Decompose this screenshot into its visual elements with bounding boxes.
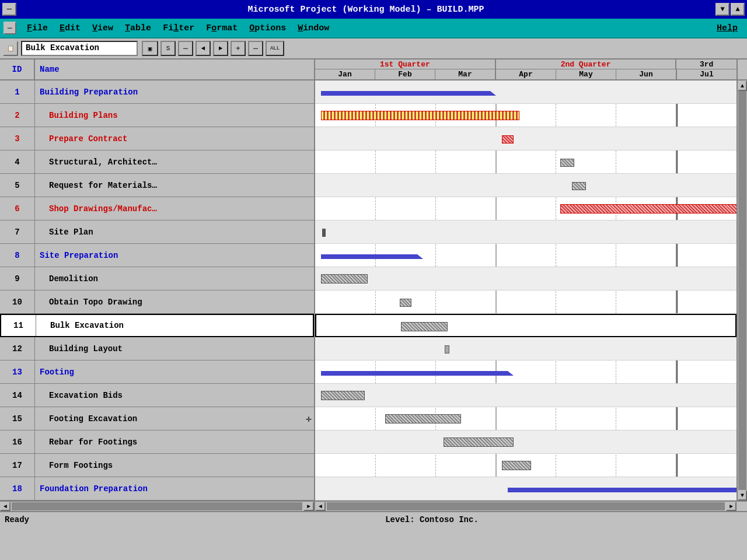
menu-filter[interactable]: Filter [157, 22, 200, 34]
toolbar-zoom-out-btn[interactable]: ─ [248, 41, 263, 56]
toolbar-minus-btn[interactable]: ─ [178, 41, 193, 56]
toolbar-view-btn[interactable]: ▣ [142, 41, 158, 56]
name-header: Name [35, 60, 315, 79]
table-row[interactable]: 7 Site Plan [0, 220, 314, 244]
month-row: Jan Feb Mar Apr May Jun Jul [315, 69, 736, 79]
table-row[interactable]: 14 Excavation Bids [0, 384, 314, 407]
toolbar-left-btn[interactable]: ◄ [196, 41, 211, 56]
gantt-area: .gantt-row { position: relative; height:… [315, 80, 736, 501]
hscroll-gantt-track[interactable] [327, 502, 725, 510]
toolbar-all-btn[interactable]: ALL [266, 41, 284, 56]
menu-table[interactable]: Table [119, 22, 157, 34]
toolbar-plus-btn[interactable]: + [231, 41, 246, 56]
gantt-row-9 [315, 267, 736, 290]
gantt-bar-summary-13 [321, 371, 508, 376]
table-row[interactable]: 3 Prepare Contract [0, 127, 314, 150]
maximize-button[interactable]: ▲ [731, 3, 745, 16]
table-row[interactable]: 16 Rebar for Footings [0, 430, 314, 454]
table-row[interactable]: 10 Obtain Topo Drawing [0, 290, 314, 314]
task-id: 15 [0, 407, 35, 430]
gantt-row-17 [315, 454, 736, 477]
table-row[interactable]: 2 Building Plans [0, 104, 314, 127]
gantt-bar-critical-2 [321, 111, 519, 120]
menu-file[interactable]: File [21, 22, 54, 34]
id-header: ID [0, 60, 35, 79]
task-name: Demolition [35, 274, 314, 284]
table-row[interactable]: 11 Bulk Excavation [0, 314, 314, 337]
toolbar: 📋 Bulk Excavation ▣ S ─ ◄ ► + ─ ALL [0, 38, 747, 60]
table-row[interactable]: 15 Footing Excavation ✛ [0, 407, 314, 430]
task-list: 1 Building Preparation 2 Building Plans … [0, 80, 315, 501]
gantt-bar-summary-8 [321, 254, 417, 259]
month-jun: Jun [616, 69, 677, 79]
table-row[interactable]: 1 Building Preparation [0, 80, 314, 104]
task-name: Obtain Topo Drawing [35, 298, 314, 307]
task-id: 16 [0, 430, 35, 453]
menu-format[interactable]: Format [200, 22, 243, 34]
minimize-button[interactable]: ▼ [715, 3, 729, 16]
data-area: 1 Building Preparation 2 Building Plans … [0, 80, 747, 501]
gantt-row-14 [315, 384, 736, 407]
table-row[interactable]: 5 Request for Materials… [0, 174, 314, 197]
table-row[interactable]: 6 Shop Drawings/Manufac… [0, 197, 314, 220]
hscroll-gantt-left-btn[interactable]: ◄ [315, 502, 326, 511]
menu-window[interactable]: Window [292, 22, 335, 34]
task-id: 8 [0, 244, 35, 267]
task-name: Request for Materials… [35, 181, 314, 190]
window-controls: ▼ ▲ [715, 3, 745, 16]
task-id: 11 [1, 315, 36, 336]
system-menu-button[interactable]: ─ [2, 3, 16, 16]
gantt-bar-normal-5 [572, 182, 586, 190]
window-title: Microsoft Project (Working Model) – BUIL… [16, 5, 715, 15]
quarter-1: 1st Quarter [315, 60, 496, 69]
vscroll-track[interactable] [738, 91, 746, 490]
table-row[interactable]: 17 Form Footings [0, 454, 314, 477]
vscroll-down-btn[interactable]: ▼ [738, 490, 747, 501]
toolbar-right-btn[interactable]: ► [213, 41, 228, 56]
task-name-field[interactable]: Bulk Excavation [21, 41, 138, 56]
gantt-row-7 [315, 220, 736, 244]
menu-options[interactable]: Options [243, 22, 292, 34]
move-cursor-icon: ✛ [306, 413, 312, 425]
hscroll-gantt-right-btn[interactable]: ► [726, 502, 736, 511]
toolbar-scroll-btn[interactable]: S [160, 41, 176, 56]
horizontal-scrollbar: ◄ ► ◄ ► [0, 501, 747, 511]
table-row[interactable]: 12 Building Layout [0, 337, 314, 360]
table-row[interactable]: 13 Footing [0, 360, 314, 384]
app-system-menu[interactable]: ─ [4, 22, 16, 34]
gantt-header: 1st Quarter 2nd Quarter 3rd Jan Feb Mar … [315, 60, 736, 79]
task-name: Structural, Architect… [35, 158, 314, 167]
menu-edit[interactable]: Edit [54, 22, 86, 34]
task-name: Foundation Preparation [35, 484, 314, 494]
quarter-row: 1st Quarter 2nd Quarter 3rd [315, 60, 736, 69]
task-name: Building Layout [35, 344, 314, 354]
month-jul: Jul [677, 69, 736, 79]
gantt-bar-normal-15 [385, 414, 461, 424]
task-id: 4 [0, 150, 35, 173]
column-headers: ID Name 1st Quarter 2nd Quarter 3rd Jan … [0, 60, 747, 80]
hscroll-left-btn[interactable]: ◄ [0, 502, 11, 511]
hscroll-left-track[interactable] [12, 502, 302, 510]
gantt-row-12 [315, 337, 736, 360]
task-id: 12 [0, 337, 35, 360]
gantt-bar-normal-14 [321, 391, 365, 400]
task-name: Footing Excavation [35, 414, 306, 424]
task-name: Footing [35, 368, 314, 377]
hscroll-left-panel: ◄ ► [0, 502, 315, 511]
task-name: Building Preparation [35, 88, 314, 97]
table-row[interactable]: 18 Foundation Preparation [0, 477, 314, 501]
table-row[interactable]: 8 Site Preparation [0, 244, 314, 267]
table-row[interactable]: 4 Structural, Architect… [0, 150, 314, 174]
gantt-bar-critical-3 [502, 135, 514, 144]
gantt-row-5 [315, 174, 736, 197]
toolbar-btn-1[interactable]: 📋 [3, 41, 18, 56]
hscroll-right-btn[interactable]: ► [303, 502, 314, 511]
table-row[interactable]: 9 Demolition [0, 267, 314, 290]
vscroll-header-spacer [736, 60, 747, 79]
gantt-arrow-end-1 [490, 91, 496, 96]
menu-help[interactable]: Help [711, 22, 743, 34]
vertical-scrollbar[interactable]: ▲ ▼ [736, 80, 747, 501]
vscroll-up-btn[interactable]: ▲ [738, 80, 747, 91]
menu-view[interactable]: View [86, 22, 119, 34]
task-name: Bulk Excavation [36, 321, 313, 330]
